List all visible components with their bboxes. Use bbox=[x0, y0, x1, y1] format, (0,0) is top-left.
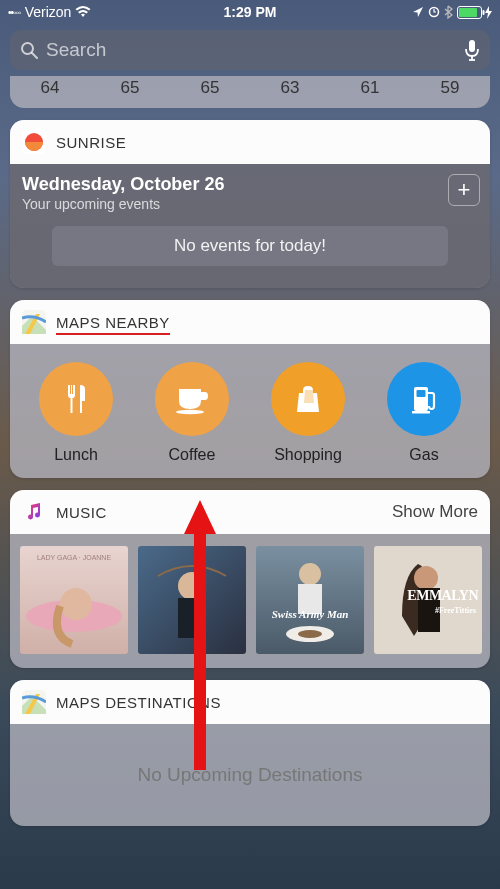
maps-category-gas[interactable]: Gas bbox=[366, 362, 482, 464]
album-subtitle-overlay: #FreeTitties bbox=[435, 606, 476, 615]
no-destinations-message: No Upcoming Destinations bbox=[10, 724, 490, 826]
sunrise-body: Wednesday, October 26 Your upcoming even… bbox=[10, 164, 490, 288]
svg-text:LADY GAGA · JOANNE: LADY GAGA · JOANNE bbox=[37, 554, 112, 561]
wifi-icon bbox=[75, 6, 91, 18]
widget-header: MAPS NEARBY bbox=[10, 300, 490, 344]
status-bar: ••◦◦◦ Verizon 1:29 PM bbox=[0, 0, 500, 24]
sunrise-date: Wednesday, October 26 bbox=[22, 174, 478, 195]
spotlight-search[interactable]: Search bbox=[10, 30, 490, 70]
maps-nearby-widget[interactable]: MAPS NEARBY Lunch Coffee Shopping Gas bbox=[10, 300, 490, 478]
show-more-button[interactable]: Show More bbox=[392, 502, 478, 522]
music-body: LADY GAGA · JOANNE Swiss Army Man EMMALY… bbox=[10, 534, 490, 668]
no-events-message: No events for today! bbox=[52, 226, 448, 266]
sunrise-subtitle: Your upcoming events bbox=[22, 196, 478, 212]
microphone-icon[interactable] bbox=[464, 39, 480, 61]
weather-temp: 65 bbox=[121, 78, 140, 98]
svg-rect-19 bbox=[178, 598, 206, 638]
music-app-icon bbox=[22, 500, 46, 524]
svg-rect-2 bbox=[459, 8, 477, 17]
svg-rect-6 bbox=[469, 40, 475, 52]
alarm-icon bbox=[428, 6, 440, 18]
widget-header: SUNRISE bbox=[10, 120, 490, 164]
sunrise-widget[interactable]: SUNRISE Wednesday, October 26 Your upcom… bbox=[10, 120, 490, 288]
music-widget[interactable]: MUSIC Show More LADY GAGA · JOANNE Swiss… bbox=[10, 490, 490, 668]
album-art[interactable]: Swiss Army Man bbox=[256, 546, 364, 654]
maps-app-icon bbox=[22, 310, 46, 334]
svg-line-5 bbox=[32, 53, 37, 58]
maps-destinations-widget[interactable]: MAPS DESTINATIONS No Upcoming Destinatio… bbox=[10, 680, 490, 826]
widget-title: MUSIC bbox=[56, 504, 107, 521]
weather-temp: 59 bbox=[441, 78, 460, 98]
weather-temp: 61 bbox=[361, 78, 380, 98]
widget-header: MUSIC Show More bbox=[10, 490, 490, 534]
maps-category-shopping[interactable]: Shopping bbox=[250, 362, 366, 464]
weather-temp: 65 bbox=[201, 78, 220, 98]
album-artwork-icon bbox=[256, 546, 364, 654]
signal-dots-icon: ••◦◦◦ bbox=[8, 7, 21, 18]
album-title-overlay: Swiss Army Man bbox=[256, 608, 364, 620]
cup-icon bbox=[155, 362, 229, 436]
bluetooth-icon bbox=[444, 5, 453, 19]
pump-icon bbox=[387, 362, 461, 436]
album-title-overlay: EMMALYN bbox=[407, 588, 478, 604]
album-artwork-icon: LADY GAGA · JOANNE bbox=[20, 546, 128, 654]
weather-temp: 64 bbox=[41, 78, 60, 98]
search-icon bbox=[20, 41, 38, 59]
maps-app-icon bbox=[22, 690, 46, 714]
search-placeholder: Search bbox=[46, 39, 464, 61]
status-time: 1:29 PM bbox=[224, 4, 277, 20]
widget-title: SUNRISE bbox=[56, 134, 126, 151]
location-icon bbox=[412, 6, 424, 18]
svg-point-24 bbox=[414, 566, 438, 590]
svg-point-18 bbox=[178, 572, 206, 600]
weather-widget-partial[interactable]: 64 65 65 63 61 59 bbox=[10, 76, 490, 108]
svg-point-20 bbox=[299, 563, 321, 585]
album-art[interactable] bbox=[138, 546, 246, 654]
maps-category-label: Coffee bbox=[169, 446, 216, 464]
svg-point-17 bbox=[60, 588, 92, 620]
widget-title: MAPS DESTINATIONS bbox=[56, 694, 221, 711]
album-artwork-icon bbox=[138, 546, 246, 654]
widget-header: MAPS DESTINATIONS bbox=[10, 680, 490, 724]
maps-category-label: Gas bbox=[409, 446, 438, 464]
svg-point-11 bbox=[176, 410, 204, 414]
weather-temp: 63 bbox=[281, 78, 300, 98]
maps-nearby-body: Lunch Coffee Shopping Gas bbox=[10, 344, 490, 478]
add-event-button[interactable]: + bbox=[448, 174, 480, 206]
bag-icon bbox=[271, 362, 345, 436]
status-left: ••◦◦◦ Verizon bbox=[8, 4, 91, 20]
svg-point-23 bbox=[298, 630, 322, 638]
album-art[interactable]: EMMALYN #FreeTitties bbox=[374, 546, 482, 654]
battery-icon bbox=[457, 6, 492, 19]
album-art[interactable]: LADY GAGA · JOANNE bbox=[20, 546, 128, 654]
svg-rect-13 bbox=[417, 390, 426, 397]
maps-category-label: Lunch bbox=[54, 446, 98, 464]
maps-category-coffee[interactable]: Coffee bbox=[134, 362, 250, 464]
sunrise-app-icon bbox=[22, 130, 46, 154]
maps-category-label: Shopping bbox=[274, 446, 342, 464]
svg-rect-14 bbox=[412, 411, 430, 414]
status-right bbox=[412, 5, 492, 19]
carrier-label: Verizon bbox=[25, 4, 72, 20]
maps-category-lunch[interactable]: Lunch bbox=[18, 362, 134, 464]
fork-knife-icon bbox=[39, 362, 113, 436]
widget-title: MAPS NEARBY bbox=[56, 314, 170, 331]
